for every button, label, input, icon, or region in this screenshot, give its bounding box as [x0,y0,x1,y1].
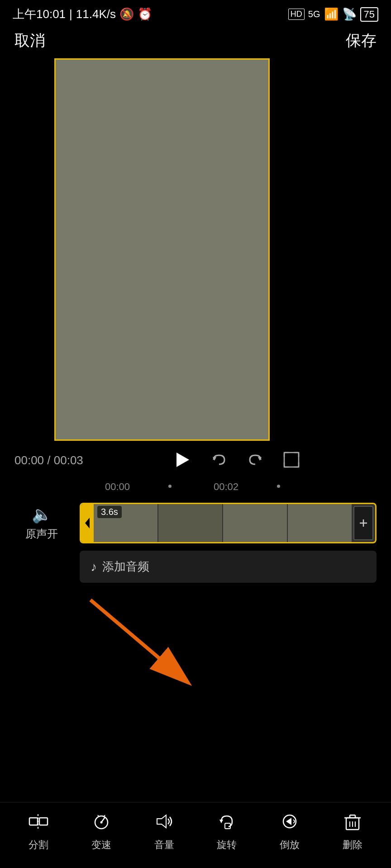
status-bar: 上午10:01 | 11.4K/s 🔕 ⏰ HD 5G 📶 📡 75 [0,0,391,27]
reverse-tool[interactable]: 倒放 [280,811,300,852]
ruler-dot-2 [277,485,280,488]
speed-tool[interactable]: 变速 [91,811,111,852]
ruler-mark-0: 00:00 [105,481,130,493]
battery-icon: 75 [360,7,378,22]
wifi-icon: 📡 [342,7,357,21]
delete-label: 删除 [343,838,362,852]
svg-rect-9 [39,818,48,825]
top-nav: 取消 保存 [0,27,391,58]
undo-button[interactable] [210,451,228,470]
svg-marker-0 [176,453,189,467]
add-audio-button[interactable]: ♪ 添加音频 [80,551,377,583]
speed-icon [91,811,111,835]
split-tool[interactable]: 分割 [29,811,48,852]
svg-rect-3 [284,453,299,467]
timeline-area: 🔈 原声开 3.6s [0,497,391,549]
reverse-icon [280,811,300,835]
svg-marker-4 [85,518,90,528]
thumb-2 [158,504,222,542]
svg-marker-17 [219,820,223,823]
fullscreen-icon [282,451,300,469]
svg-point-13 [100,821,102,824]
time-separator: / [47,453,53,467]
bottom-toolbar: 分割 变速 音量 [0,802,391,868]
hd-badge: HD [288,9,305,20]
track-label-text: 原声开 [25,527,58,541]
mute-icon: 🔕 [119,7,134,21]
split-icon [29,811,48,835]
redo-icon [246,451,264,469]
reverse-label: 倒放 [280,838,300,852]
fullscreen-button[interactable] [282,451,300,470]
time-display: 00:00 / 00:03 [14,453,96,467]
add-audio-label: 添加音频 [102,559,149,575]
save-button[interactable]: 保存 [346,30,377,51]
track-duration-label: 3.6s [97,506,122,518]
undo-icon [210,451,228,469]
volume-tool[interactable]: 音量 [154,811,174,852]
track-handle-left[interactable] [81,504,94,542]
arrow-annotation [0,586,391,695]
audio-track-row: ♪ 添加音频 [0,549,391,586]
delete-tool[interactable]: 删除 [343,811,362,852]
total-time: 00:03 [54,453,83,467]
track-thumbnails [94,504,352,542]
redo-button[interactable] [246,451,264,470]
svg-rect-8 [29,818,38,825]
music-note-icon: ♪ [91,560,97,574]
playback-controls [96,450,377,471]
split-label: 分割 [29,838,48,852]
video-track[interactable]: 3.6s [80,503,377,543]
status-speed: 11.4K/s [76,7,116,21]
play-icon [172,450,192,470]
left-handle-icon [84,517,91,529]
ruler-dot-1 [168,485,172,488]
current-time: 00:00 [14,453,44,467]
playback-controls-area: 00:00 / 00:03 [0,441,391,480]
volume-icon: 🔈 [32,505,52,524]
thumb-3 [223,504,287,542]
track-label: 🔈 原声开 [14,505,69,541]
network-badge: 5G [308,9,320,19]
thumb-4 [288,504,352,542]
arrow-line [91,600,186,681]
rotate-icon [217,811,237,835]
rotate-label: 旋转 [217,838,237,852]
status-separator: | [69,7,72,21]
track-container: 3.6s [80,503,377,543]
status-left: 上午10:01 | 11.4K/s 🔕 ⏰ [13,6,152,22]
add-clip-icon [358,518,368,528]
play-button[interactable] [172,450,192,471]
video-preview [54,58,270,441]
timeline-ruler: 00:00 00:02 [0,480,391,497]
signal-icon: 📶 [324,7,339,21]
ruler-mark-2: 00:02 [214,481,238,493]
track-handle-right[interactable] [353,506,373,540]
status-right: HD 5G 📶 📡 75 [288,7,378,22]
speed-label: 变速 [91,838,111,852]
volume-tool-icon [154,811,174,835]
svg-marker-16 [157,815,166,828]
delete-icon [343,811,362,835]
svg-marker-20 [286,818,291,825]
volume-label: 音量 [154,838,174,852]
alarm-icon: ⏰ [138,7,152,21]
cancel-button[interactable]: 取消 [14,30,45,51]
rotate-tool[interactable]: 旋转 [217,811,237,852]
arrow-svg [0,586,391,695]
status-time: 上午10:01 [13,6,66,22]
